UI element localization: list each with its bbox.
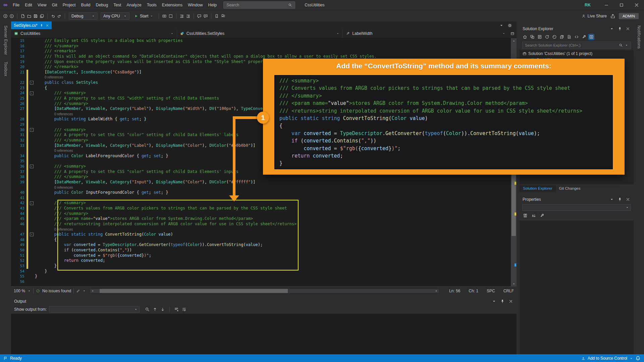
menu-view[interactable]: View bbox=[35, 1, 49, 9]
caret-down-icon[interactable] bbox=[609, 197, 614, 202]
code-line[interactable]: 40 public Color InputForegroundColor { g… bbox=[11, 190, 517, 195]
codelens-references[interactable]: 0 references bbox=[35, 75, 63, 80]
document-tab-setstyles[interactable]: SetStyles.cs* bbox=[11, 21, 52, 29]
nav-back-icon[interactable] bbox=[3, 13, 8, 19]
pin-icon[interactable] bbox=[500, 299, 505, 304]
collapse-icon[interactable]: - bbox=[30, 233, 34, 236]
solution-configuration-dropdown[interactable]: Debug bbox=[69, 12, 98, 20]
selection-icon[interactable] bbox=[168, 13, 173, 19]
pending-changes-icon[interactable] bbox=[537, 34, 542, 40]
close-tab-icon[interactable] bbox=[46, 24, 49, 27]
switch-view-icon[interactable] bbox=[530, 34, 535, 40]
zoom-level[interactable]: 100 % bbox=[14, 289, 25, 293]
tree-item-solution[interactable]: Solution 'CssUtilities' (1 of 1 project) bbox=[520, 50, 634, 57]
properties-object-dropdown[interactable] bbox=[522, 204, 631, 211]
type-dropdown[interactable]: CssUtilities.SetStyles bbox=[177, 29, 343, 38]
horizontal-scrollbar[interactable] bbox=[90, 289, 439, 293]
preview-selected-icon[interactable] bbox=[589, 34, 594, 40]
codelens-references[interactable]: 0 references bbox=[35, 112, 73, 117]
add-to-source-control[interactable]: Add to Source Control bbox=[588, 356, 627, 361]
refresh-icon[interactable] bbox=[544, 34, 550, 40]
indent-icon[interactable] bbox=[185, 13, 191, 19]
menu-file[interactable]: File bbox=[10, 1, 22, 9]
prev-message-icon[interactable] bbox=[152, 307, 158, 312]
search-box[interactable]: Search bbox=[223, 1, 295, 9]
edit-indicator-icon[interactable] bbox=[76, 289, 80, 293]
menu-test[interactable]: Test bbox=[111, 1, 124, 9]
categorized-icon[interactable] bbox=[523, 213, 528, 218]
active-documents-icon[interactable] bbox=[499, 23, 504, 28]
clear-all-icon[interactable] bbox=[174, 307, 179, 312]
alphabetical-icon[interactable] bbox=[531, 213, 536, 218]
output-content[interactable] bbox=[11, 314, 517, 354]
menu-debug[interactable]: Debug bbox=[93, 1, 111, 9]
member-dropdown[interactable]: LabelWidth bbox=[343, 29, 508, 38]
close-icon[interactable] bbox=[625, 197, 631, 202]
show-all-files-icon[interactable] bbox=[567, 34, 572, 40]
collapse-icon[interactable]: - bbox=[30, 81, 34, 84]
menu-window[interactable]: Window bbox=[185, 1, 205, 9]
admin-badge[interactable]: ADMIN bbox=[619, 13, 639, 19]
properties-title-bar[interactable]: Properties bbox=[520, 195, 634, 203]
save-icon[interactable] bbox=[33, 13, 38, 19]
split-window-button[interactable] bbox=[508, 29, 517, 38]
menu-build[interactable]: Build bbox=[78, 1, 93, 9]
issues-status[interactable]: No issues found bbox=[42, 289, 71, 293]
solution-explorer-title-bar[interactable]: Solution Explorer bbox=[520, 25, 634, 33]
minimize-button[interactable] bbox=[599, 0, 614, 10]
account-badge[interactable]: RK bbox=[585, 3, 591, 7]
word-wrap-icon[interactable] bbox=[181, 307, 187, 312]
scroll-right-icon[interactable] bbox=[434, 289, 439, 293]
maximize-button[interactable] bbox=[614, 0, 629, 10]
live-share-button[interactable]: Live Share bbox=[582, 14, 607, 18]
properties-icon[interactable] bbox=[581, 34, 587, 40]
pin-icon[interactable] bbox=[617, 197, 623, 202]
debug-snapshot-icon[interactable] bbox=[162, 13, 167, 19]
save-all-icon[interactable] bbox=[39, 13, 45, 19]
menu-project[interactable]: Project bbox=[60, 1, 78, 9]
collapse-icon[interactable]: - bbox=[30, 201, 34, 205]
home-icon[interactable] bbox=[522, 34, 528, 40]
menu-edit[interactable]: Edit bbox=[22, 1, 35, 9]
new-project-icon[interactable] bbox=[20, 13, 25, 19]
bookmark-icon[interactable] bbox=[214, 13, 219, 19]
nav-forward-icon[interactable] bbox=[9, 13, 14, 19]
nuget-icon[interactable] bbox=[552, 34, 557, 40]
code-line[interactable]: 55} bbox=[11, 274, 517, 279]
close-window-button[interactable] bbox=[629, 0, 644, 10]
notifications-bell-icon[interactable] bbox=[635, 356, 641, 361]
open-folder-icon[interactable] bbox=[26, 13, 32, 19]
code-line[interactable]: 16 /// </summary> bbox=[11, 44, 517, 49]
solution-platform-dropdown[interactable]: Any CPU bbox=[101, 12, 129, 20]
server-explorer-tab[interactable]: Server Explorer bbox=[3, 25, 8, 55]
toolbox-tab[interactable]: Toolbox bbox=[3, 62, 8, 76]
view-code-icon[interactable] bbox=[574, 34, 579, 40]
caret-down-icon[interactable] bbox=[83, 289, 86, 293]
caret-down-icon[interactable] bbox=[491, 299, 497, 304]
code-line[interactable]: 56 bbox=[11, 279, 517, 285]
code-line[interactable]: 15 /// Easily set CSS styles in a dialog… bbox=[11, 38, 517, 44]
pin-icon[interactable] bbox=[617, 26, 623, 32]
menu-git[interactable]: Git bbox=[49, 1, 60, 9]
tab-git-changes[interactable]: Git Changes bbox=[556, 185, 584, 192]
outdent-icon[interactable] bbox=[179, 13, 184, 19]
menu-help[interactable]: Help bbox=[205, 1, 219, 9]
codelens-row[interactable]: 0 references bbox=[11, 185, 517, 190]
next-message-icon[interactable] bbox=[160, 307, 165, 312]
solution-explorer-search[interactable]: Search Solution Explorer (Ctrl+;) bbox=[522, 42, 631, 49]
scroll-down-icon[interactable] bbox=[511, 281, 517, 286]
wrench-icon[interactable] bbox=[539, 213, 545, 218]
bookmark-list-icon[interactable] bbox=[220, 13, 226, 19]
menu-analyze[interactable]: Analyze bbox=[124, 1, 144, 9]
collapse-icon[interactable]: - bbox=[30, 128, 34, 132]
scroll-up-icon[interactable] bbox=[511, 38, 517, 43]
undo-icon[interactable] bbox=[50, 13, 56, 19]
notifications-tab[interactable]: Notifications bbox=[637, 25, 641, 49]
menu-extensions[interactable]: Extensions bbox=[159, 1, 185, 9]
caret-up-icon[interactable] bbox=[630, 357, 633, 360]
codelens-references[interactable]: 0 references bbox=[35, 148, 73, 154]
code-line[interactable]: 17 /// <remarks> bbox=[11, 49, 517, 54]
scrollbar-thumb[interactable] bbox=[100, 289, 288, 293]
pin-icon[interactable] bbox=[40, 24, 43, 27]
collapse-icon[interactable]: - bbox=[30, 92, 34, 95]
